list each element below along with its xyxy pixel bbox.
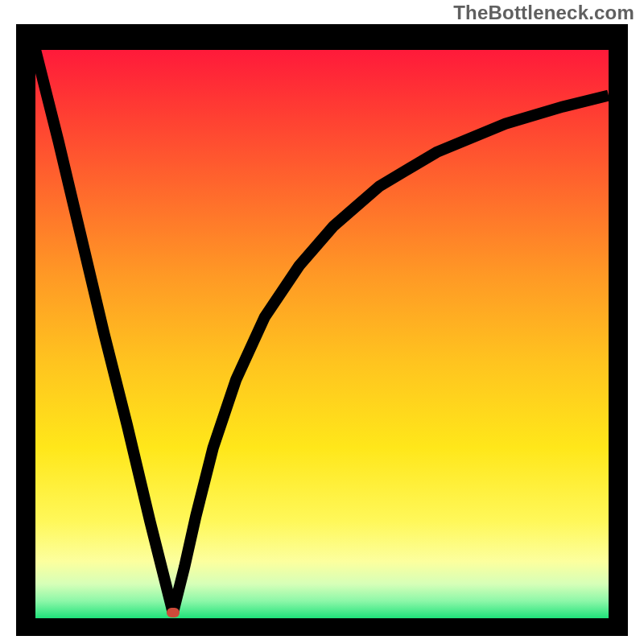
chart-plot-area: [35, 50, 609, 618]
watermark-text: TheBottleneck.com: [453, 2, 634, 24]
min-point-marker: [167, 608, 180, 617]
chart-frame: [16, 24, 628, 636]
chart-curve: [35, 50, 609, 618]
